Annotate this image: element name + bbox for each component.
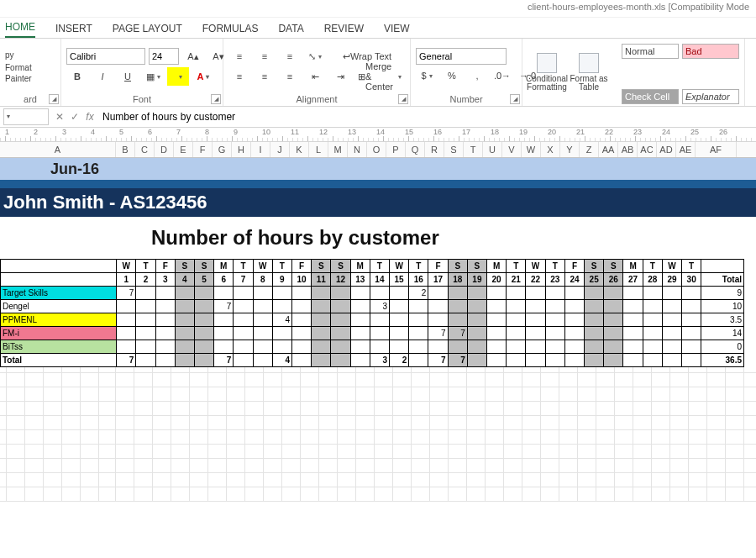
data-cell[interactable] xyxy=(662,300,681,313)
data-cell[interactable] xyxy=(194,300,213,313)
data-cell[interactable] xyxy=(585,313,604,327)
worksheet[interactable]: Jun-16 John Smith - AS123456 Number of h… xyxy=(0,158,756,502)
col-header[interactable]: H xyxy=(232,142,251,157)
data-cell[interactable] xyxy=(428,340,448,354)
data-cell[interactable]: 2 xyxy=(409,287,428,300)
data-cell[interactable] xyxy=(117,340,136,354)
data-cell[interactable] xyxy=(428,313,448,327)
data-cell[interactable] xyxy=(487,300,507,313)
data-cell[interactable] xyxy=(136,313,155,327)
data-cell[interactable]: 7 xyxy=(448,327,467,340)
font-color-button[interactable]: A xyxy=(192,67,214,86)
data-cell[interactable] xyxy=(194,327,213,340)
data-cell[interactable] xyxy=(623,300,643,313)
style-explanatory[interactable]: Explanator xyxy=(682,89,739,104)
data-cell[interactable] xyxy=(604,313,623,327)
data-cell[interactable] xyxy=(331,354,350,367)
data-cell[interactable]: 3 xyxy=(370,354,389,367)
number-dialog-launcher[interactable]: ◢ xyxy=(510,94,520,104)
data-cell[interactable] xyxy=(448,340,467,354)
data-cell[interactable]: 7 xyxy=(117,354,136,367)
data-cell[interactable] xyxy=(234,300,253,313)
data-cell[interactable] xyxy=(545,300,564,313)
data-cell[interactable] xyxy=(253,340,272,354)
col-header[interactable]: U xyxy=(483,142,502,157)
data-cell[interactable] xyxy=(564,313,584,327)
data-cell[interactable] xyxy=(370,287,389,300)
data-cell[interactable] xyxy=(507,340,526,354)
data-cell[interactable] xyxy=(623,327,643,340)
data-cell[interactable] xyxy=(350,327,370,340)
increase-indent-icon[interactable]: ⇥ xyxy=(329,67,351,86)
data-cell[interactable] xyxy=(331,313,350,327)
data-cell[interactable] xyxy=(448,313,467,327)
data-cell[interactable] xyxy=(390,327,409,340)
name-box[interactable] xyxy=(3,108,49,125)
data-cell[interactable] xyxy=(253,300,272,313)
font-name-select[interactable] xyxy=(66,48,145,65)
data-cell[interactable] xyxy=(623,313,643,327)
data-cell[interactable] xyxy=(136,287,155,300)
data-cell[interactable] xyxy=(234,327,253,340)
col-header[interactable]: I xyxy=(251,142,270,157)
data-cell[interactable] xyxy=(682,327,701,340)
col-header[interactable]: D xyxy=(155,142,174,157)
data-cell[interactable] xyxy=(662,340,681,354)
data-cell[interactable] xyxy=(331,340,350,354)
col-header[interactable]: L xyxy=(309,142,328,157)
enter-icon[interactable]: ✓ xyxy=(67,111,82,123)
data-cell[interactable] xyxy=(390,313,409,327)
data-cell[interactable] xyxy=(448,300,467,313)
data-cell[interactable] xyxy=(136,300,155,313)
data-cell[interactable] xyxy=(545,354,564,367)
col-header[interactable]: Q xyxy=(406,142,425,157)
data-cell[interactable] xyxy=(564,287,584,300)
col-header[interactable]: M xyxy=(328,142,348,157)
col-header[interactable]: AC xyxy=(638,142,657,157)
data-cell[interactable] xyxy=(370,313,389,327)
data-cell[interactable]: 7 xyxy=(117,287,136,300)
style-bad[interactable]: Bad xyxy=(682,44,739,59)
data-cell[interactable] xyxy=(585,340,604,354)
data-cell[interactable] xyxy=(487,354,507,367)
number-format-select[interactable] xyxy=(416,48,507,65)
data-cell[interactable] xyxy=(487,313,507,327)
data-cell[interactable] xyxy=(136,354,155,367)
col-header[interactable]: F xyxy=(193,142,213,157)
col-header[interactable]: K xyxy=(290,142,309,157)
data-cell[interactable] xyxy=(214,327,234,340)
col-header[interactable]: AD xyxy=(657,142,676,157)
data-cell[interactable] xyxy=(487,327,507,340)
data-cell[interactable] xyxy=(136,340,155,354)
data-cell[interactable] xyxy=(370,327,389,340)
data-cell[interactable] xyxy=(292,340,312,354)
data-cell[interactable] xyxy=(390,287,409,300)
data-cell[interactable] xyxy=(292,300,312,313)
col-header[interactable]: V xyxy=(502,142,522,157)
col-header[interactable]: P xyxy=(386,142,406,157)
format-painter-button[interactable]: Format Painter xyxy=(5,62,55,84)
data-cell[interactable] xyxy=(312,287,331,300)
data-cell[interactable] xyxy=(448,287,467,300)
data-cell[interactable] xyxy=(214,313,234,327)
data-cell[interactable] xyxy=(272,300,291,313)
data-cell[interactable] xyxy=(507,327,526,340)
col-header[interactable]: AB xyxy=(618,142,638,157)
col-header[interactable]: S xyxy=(444,142,464,157)
data-cell[interactable] xyxy=(350,354,370,367)
data-cell[interactable] xyxy=(662,313,681,327)
data-cell[interactable] xyxy=(545,327,564,340)
data-cell[interactable] xyxy=(623,287,643,300)
col-header[interactable]: J xyxy=(270,142,290,157)
data-cell[interactable] xyxy=(312,313,331,327)
orientation-icon[interactable]: ⤡ xyxy=(304,47,326,66)
data-cell[interactable] xyxy=(390,340,409,354)
data-cell[interactable] xyxy=(409,300,428,313)
data-cell[interactable] xyxy=(507,287,526,300)
data-cell[interactable] xyxy=(234,313,253,327)
align-bottom-icon[interactable]: ≡ xyxy=(279,47,301,66)
data-cell[interactable] xyxy=(331,287,350,300)
data-cell[interactable] xyxy=(507,354,526,367)
col-header[interactable]: G xyxy=(213,142,232,157)
data-cell[interactable] xyxy=(604,287,623,300)
